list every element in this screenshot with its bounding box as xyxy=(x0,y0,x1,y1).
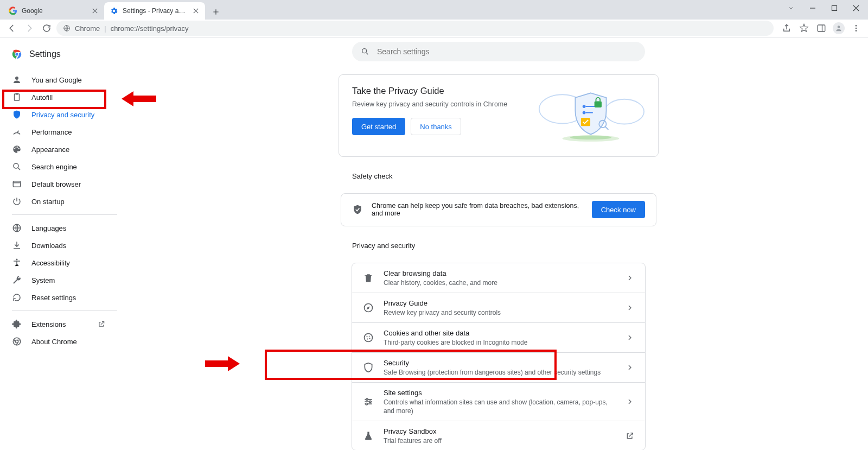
sidebar-item-accessibility[interactable]: Accessibility xyxy=(0,254,117,271)
safety-check-label: Safety check xyxy=(352,172,645,180)
search-icon xyxy=(361,47,369,56)
sidebar-item-performance[interactable]: Performance xyxy=(0,123,117,141)
svg-point-5 xyxy=(856,28,857,29)
chevron-down-icon[interactable] xyxy=(788,5,794,11)
wrench-icon xyxy=(12,275,22,285)
globe-icon xyxy=(12,223,22,233)
trash-icon xyxy=(363,272,374,283)
svg-point-28 xyxy=(570,135,611,140)
share-icon[interactable] xyxy=(779,21,794,36)
safety-check-text: Chrome can help keep you safe from data … xyxy=(372,202,583,217)
search-field[interactable] xyxy=(376,47,636,56)
window-controls xyxy=(788,0,868,16)
sidebar-item-reset-settings[interactable]: Reset settings xyxy=(0,289,117,306)
sidebar-divider xyxy=(12,310,117,311)
svg-point-10 xyxy=(15,77,18,80)
tab-close-button[interactable] xyxy=(192,7,200,15)
download-icon xyxy=(12,240,22,250)
sidebar-divider xyxy=(12,214,117,215)
chevron-right-icon xyxy=(626,303,634,312)
search-settings-input[interactable] xyxy=(352,42,645,61)
row-site-settings[interactable]: Site settingsControls what information s… xyxy=(352,382,645,421)
address-bar[interactable]: Chrome | chrome://settings/privacy xyxy=(56,21,774,36)
privacy-guide-desc: Review key privacy and security controls… xyxy=(352,100,524,108)
compass-icon xyxy=(363,302,374,313)
settings-content: Take the Privacy Guide Review key privac… xyxy=(129,37,868,450)
chevron-right-icon xyxy=(626,363,634,372)
minimize-icon[interactable] xyxy=(809,5,816,11)
external-link-icon xyxy=(626,432,634,440)
safety-shield-icon xyxy=(352,204,363,215)
svg-point-4 xyxy=(856,25,857,27)
sliders-icon xyxy=(363,396,374,407)
profile-avatar[interactable] xyxy=(831,21,846,36)
tab-close-button[interactable] xyxy=(91,7,99,15)
check-now-button[interactable]: Check now xyxy=(592,201,645,218)
settings-sidebar: Settings You and Google Autofill Privacy… xyxy=(0,37,129,450)
reload-button[interactable] xyxy=(39,21,54,36)
tab-google[interactable]: Google xyxy=(3,2,104,20)
privacy-guide-card: Take the Privacy Guide Review key privac… xyxy=(339,74,659,157)
svg-point-21 xyxy=(605,99,644,124)
svg-point-33 xyxy=(367,339,368,340)
chrome-logo-icon xyxy=(11,48,23,60)
speedometer-icon xyxy=(12,127,22,137)
sidebar-item-downloads[interactable]: Downloads xyxy=(0,237,117,254)
sidebar-item-on-startup[interactable]: On startup xyxy=(0,193,117,210)
svg-rect-12 xyxy=(16,93,18,95)
sidebar-item-default-browser[interactable]: Default browser xyxy=(0,175,117,193)
svg-point-6 xyxy=(856,30,857,31)
sidebar-item-languages[interactable]: Languages xyxy=(0,219,117,237)
svg-point-16 xyxy=(16,259,18,261)
google-favicon xyxy=(9,7,17,15)
sidebar-item-extensions[interactable]: Extensions xyxy=(0,315,117,333)
back-button[interactable] xyxy=(4,21,20,36)
svg-point-19 xyxy=(362,49,367,53)
no-thanks-button[interactable]: No thanks xyxy=(411,118,461,135)
side-panel-icon[interactable] xyxy=(814,21,829,36)
get-started-button[interactable]: Get started xyxy=(352,118,405,135)
svg-point-37 xyxy=(366,403,367,405)
url-text: chrome://settings/privacy xyxy=(111,24,189,33)
sidebar-item-system[interactable]: System xyxy=(0,271,117,289)
svg-point-31 xyxy=(366,337,367,338)
svg-rect-14 xyxy=(13,181,21,187)
forward-button[interactable] xyxy=(22,21,37,36)
privacy-list: Clear browsing dataClear history, cookie… xyxy=(352,263,646,450)
close-icon[interactable] xyxy=(853,5,859,11)
sidebar-item-privacy-and-security[interactable]: Privacy and security xyxy=(0,106,117,123)
row-security[interactable]: SecuritySafe Browsing (protection from d… xyxy=(352,352,645,382)
sidebar-item-autofill[interactable]: Autofill xyxy=(0,88,117,106)
privacy-section-label: Privacy and security xyxy=(352,242,645,250)
sidebar-item-about-chrome[interactable]: About Chrome xyxy=(0,333,117,350)
tab-settings[interactable]: Settings - Privacy and security xyxy=(104,2,205,20)
palette-icon xyxy=(12,144,22,154)
search-icon xyxy=(12,162,22,172)
chevron-right-icon xyxy=(626,333,634,342)
sidebar-item-search-engine[interactable]: Search engine xyxy=(0,158,117,175)
new-tab-button[interactable] xyxy=(208,4,224,20)
row-clear-browsing-data[interactable]: Clear browsing dataClear history, cookie… xyxy=(352,263,645,293)
accessibility-icon xyxy=(12,258,22,268)
extension-icon xyxy=(12,319,22,329)
svg-point-3 xyxy=(838,26,840,28)
svg-rect-0 xyxy=(832,6,837,11)
chevron-right-icon xyxy=(626,274,634,282)
chevron-right-icon xyxy=(626,397,634,406)
sidebar-item-you-and-google[interactable]: You and Google xyxy=(0,71,117,88)
row-privacy-guide[interactable]: Privacy GuideReview key privacy and secu… xyxy=(352,293,645,322)
row-cookies[interactable]: Cookies and other site dataThird-party c… xyxy=(352,322,645,352)
bookmark-icon[interactable] xyxy=(796,21,812,36)
row-privacy-sandbox[interactable]: Privacy SandboxTrial features are off xyxy=(352,421,645,450)
maximize-icon[interactable] xyxy=(831,5,838,11)
svg-rect-11 xyxy=(15,94,20,100)
svg-rect-24 xyxy=(595,102,602,107)
sidebar-item-appearance[interactable]: Appearance xyxy=(0,141,117,158)
external-link-icon xyxy=(98,320,105,328)
svg-point-22 xyxy=(583,105,586,108)
clipboard-icon xyxy=(12,92,22,102)
privacy-guide-title: Take the Privacy Guide xyxy=(352,86,524,96)
site-info-icon[interactable] xyxy=(63,24,71,32)
menu-icon[interactable] xyxy=(848,21,864,36)
page-title: Settings xyxy=(29,49,61,59)
